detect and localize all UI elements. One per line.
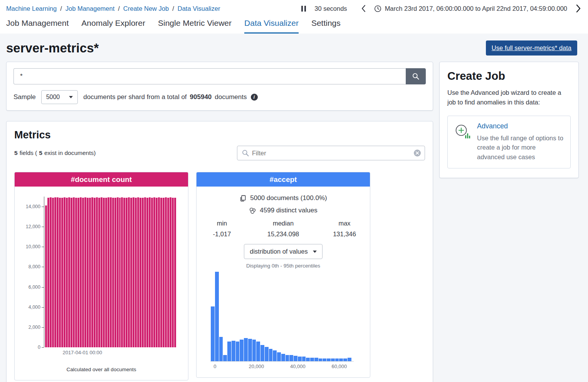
document-count-bar bbox=[84, 197, 86, 347]
document-count-bar bbox=[73, 197, 75, 347]
accept-histogram-bar bbox=[232, 341, 235, 361]
accept-histogram-bar bbox=[310, 358, 314, 361]
breadcrumb-separator: / bbox=[172, 5, 174, 12]
accept-histogram-bar bbox=[256, 342, 260, 361]
document-count-bar bbox=[98, 198, 100, 347]
accept-histogram-bar bbox=[289, 355, 293, 361]
document-count-bar bbox=[68, 197, 70, 347]
document-count-bar bbox=[167, 198, 169, 347]
sample-text: documents per shard from a total of bbox=[83, 93, 186, 101]
document-count-bar bbox=[64, 197, 66, 347]
metrics-panel: Metrics 5 fields ( 5 exist in documents) bbox=[6, 121, 433, 382]
accept-histogram-bar bbox=[327, 358, 331, 361]
document-count-bar bbox=[94, 198, 96, 347]
fields-text: fields ( bbox=[20, 150, 37, 157]
y-axis-tick-label: 2,000 bbox=[15, 325, 40, 330]
document-count-bar bbox=[174, 198, 176, 347]
accept-histogram-bar bbox=[323, 358, 326, 361]
accept-histogram-bar bbox=[273, 350, 277, 361]
tab-data-visualizer[interactable]: Data Visualizer bbox=[244, 19, 299, 34]
document-count-bar bbox=[137, 197, 139, 347]
accept-histogram-bar bbox=[211, 306, 215, 361]
document-count-bar bbox=[89, 198, 91, 347]
chevron-down-icon bbox=[313, 251, 317, 253]
accept-histogram-bar bbox=[236, 342, 240, 361]
accept-card: #accept 5000 documents (100.0%) 4599 dis… bbox=[196, 172, 370, 378]
document-count-card: #document count 02,0004,0006,0008,00010,… bbox=[14, 172, 188, 380]
create-job-title: Create Job bbox=[447, 70, 571, 82]
filter-input[interactable] bbox=[237, 146, 425, 160]
clear-filter-icon[interactable] bbox=[413, 149, 421, 158]
document-count-bar bbox=[165, 197, 167, 347]
percentiles-note: Displaying 0th - 95th percentiles bbox=[197, 263, 370, 269]
info-icon[interactable]: i bbox=[251, 94, 258, 101]
breadcrumb: Machine Learning / Job Management / Crea… bbox=[6, 5, 220, 12]
tab-anomaly-explorer[interactable]: Anomaly Explorer bbox=[81, 19, 145, 34]
accept-histogram-bar bbox=[227, 342, 231, 361]
chart-type-select[interactable]: distribution of values bbox=[244, 244, 322, 259]
accept-histogram-bar bbox=[260, 345, 264, 361]
accept-histogram bbox=[210, 272, 354, 362]
document-count-bar bbox=[117, 197, 119, 347]
search-button[interactable] bbox=[406, 68, 426, 84]
search-icon bbox=[412, 72, 420, 80]
accept-histogram-bar bbox=[294, 356, 297, 361]
refresh-interval-label[interactable]: 30 seconds bbox=[314, 5, 347, 12]
exist-count: 5 bbox=[39, 150, 42, 157]
time-range-label: March 23rd 2017, 06:00:00.000 to April 2… bbox=[385, 5, 567, 12]
search-input[interactable] bbox=[13, 68, 406, 84]
document-count-bar bbox=[50, 197, 52, 347]
accept-card-title: #accept bbox=[270, 175, 297, 184]
time-forward-button[interactable] bbox=[573, 3, 583, 13]
document-count-bar bbox=[66, 198, 68, 347]
accept-histogram-bar bbox=[343, 358, 347, 361]
document-count-bar bbox=[139, 198, 141, 347]
x-axis-tick-label: 20,000 bbox=[249, 363, 264, 369]
accept-histogram-bar bbox=[252, 340, 256, 361]
document-count-bar bbox=[71, 198, 72, 347]
breadcrumb-link-machine-learning[interactable]: Machine Learning bbox=[6, 5, 57, 12]
min-label: min bbox=[206, 220, 238, 227]
advanced-job-card[interactable]: Advanced Use the full range of options t… bbox=[447, 116, 571, 168]
accept-histogram-bar bbox=[240, 340, 244, 361]
document-count-bar bbox=[105, 198, 107, 347]
use-full-data-button[interactable]: Use full server-metrics* data bbox=[486, 40, 577, 56]
time-back-button[interactable] bbox=[359, 4, 368, 13]
document-count-bar bbox=[54, 197, 56, 347]
y-axis-tick-label: 0 bbox=[15, 345, 40, 350]
advanced-link[interactable]: Advanced bbox=[477, 122, 564, 130]
document-count-bar bbox=[52, 198, 54, 347]
time-range[interactable]: March 23rd 2017, 06:00:00.000 to April 2… bbox=[374, 5, 567, 12]
breadcrumb-link-create-new-job[interactable]: Create New Job bbox=[123, 5, 169, 12]
tab-job-management[interactable]: Job Management bbox=[6, 19, 69, 34]
accept-histogram-bar bbox=[286, 355, 289, 361]
tab-single-metric-viewer[interactable]: Single Metric Viewer bbox=[158, 19, 232, 34]
sample-text-end: documents bbox=[215, 93, 247, 101]
document-count-bar bbox=[103, 198, 105, 347]
y-axis-tick-label: 6,000 bbox=[15, 284, 40, 290]
sample-size-value: 5000 bbox=[46, 94, 60, 101]
document-count-bar bbox=[121, 197, 123, 347]
create-job-panel: Create Job Use the Advanced job wizard t… bbox=[439, 62, 579, 178]
metric-cards-row: #document count 02,0004,0006,0008,00010,… bbox=[14, 172, 425, 380]
document-count-bar bbox=[80, 197, 82, 347]
accept-histogram-bar bbox=[215, 272, 219, 361]
total-documents-count: 905940 bbox=[190, 93, 212, 101]
document-count-chart: 02,0004,0006,0008,00010,00012,00014,000 bbox=[44, 197, 176, 347]
top-bar: Machine Learning / Job Management / Crea… bbox=[0, 0, 588, 15]
accept-documents-text: 5000 documents (100.0%) bbox=[250, 194, 327, 202]
document-count-bar bbox=[101, 197, 102, 347]
field-count: 5 bbox=[14, 150, 18, 157]
sample-size-select[interactable]: 5000 bbox=[41, 90, 78, 104]
chart-type-value: distribution of values bbox=[250, 248, 307, 255]
create-job-description: Use the Advanced job wizard to create a … bbox=[447, 88, 571, 107]
document-count-bar bbox=[163, 198, 165, 347]
breadcrumb-link-data-visualizer[interactable]: Data Visualizer bbox=[178, 5, 220, 12]
document-count-bar bbox=[126, 198, 128, 347]
pause-icon[interactable] bbox=[301, 5, 307, 12]
exist-text: exist in documents) bbox=[44, 150, 96, 157]
distinct-values-icon bbox=[249, 207, 256, 214]
tab-settings[interactable]: Settings bbox=[311, 19, 341, 34]
breadcrumb-link-job-management[interactable]: Job Management bbox=[66, 5, 115, 12]
accept-histogram-bar bbox=[298, 357, 302, 361]
